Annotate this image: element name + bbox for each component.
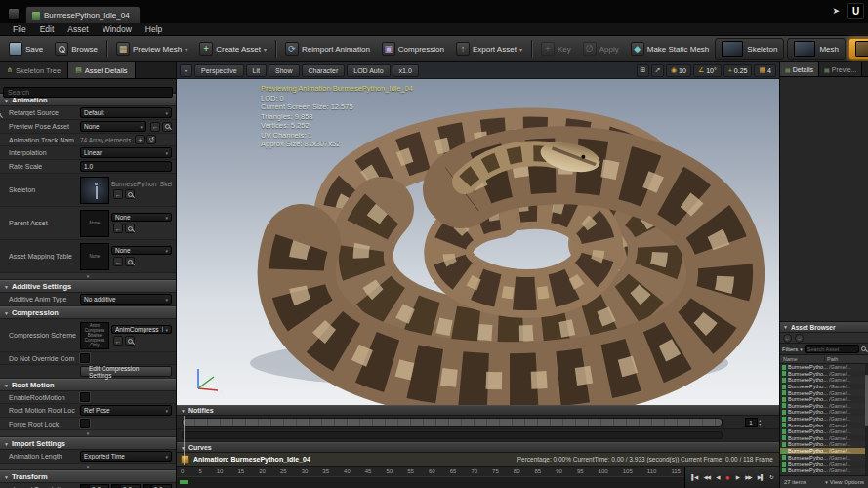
3d-viewport[interactable]: ▾PerspectiveLitShowCharacterLOD Autox1.0… bbox=[177, 62, 779, 405]
viewport-x1-0-button[interactable]: x1.0 bbox=[393, 64, 419, 77]
history-forward-button[interactable]: → bbox=[795, 334, 804, 343]
edit-compression-settings-button[interactable]: Edit Compression Settings bbox=[80, 366, 172, 377]
vector-x-input[interactable]: X0.0 bbox=[80, 484, 109, 488]
dropdown[interactable]: AnimCompress_BitwiseCo▾ bbox=[111, 325, 172, 334]
browse-to-asset-button[interactable] bbox=[162, 122, 172, 132]
column-name[interactable]: Name bbox=[780, 356, 825, 362]
history-back-button[interactable]: ← bbox=[783, 334, 792, 343]
scrub-bar[interactable] bbox=[177, 477, 684, 488]
view-options-button[interactable]: ▾ View Options bbox=[825, 479, 864, 485]
section-collapse-strip[interactable]: ▾ bbox=[0, 273, 176, 280]
save-button[interactable]: Save bbox=[3, 38, 49, 60]
asset-row[interactable]: BurmesePytho.../Game/... bbox=[780, 416, 868, 423]
playhead-line[interactable] bbox=[184, 416, 185, 465]
skip-to-end-button[interactable]: ▶▌ bbox=[758, 474, 764, 480]
notify-track-bar[interactable] bbox=[182, 418, 723, 427]
create-asset-button[interactable]: +Create Asset▾ bbox=[193, 38, 272, 60]
use-selected-asset-button[interactable]: ← bbox=[113, 189, 123, 199]
vector-z-input[interactable]: Z0.0 bbox=[143, 484, 172, 488]
asset-row[interactable]: BurmesePytho.../Game/... bbox=[780, 396, 868, 403]
tab-preview-scene[interactable]: ▤ Previe... bbox=[819, 62, 862, 76]
vector-y-input[interactable]: Y0.0 bbox=[111, 484, 141, 488]
record-button[interactable]: ● bbox=[725, 473, 730, 482]
asset-row[interactable]: BurmesePytho.../Game/... bbox=[780, 364, 868, 371]
track-count-spinner[interactable]: ▲▼ bbox=[759, 419, 762, 427]
menu-item-help[interactable]: Help bbox=[139, 23, 169, 35]
track-count-value[interactable]: 1 bbox=[745, 418, 758, 427]
section-collapse-strip[interactable]: ▾ bbox=[0, 430, 176, 437]
asset-row[interactable]: BurmesePytho.../Game/... bbox=[780, 384, 868, 390]
dropdown[interactable]: None▾ bbox=[111, 246, 172, 255]
asset-row[interactable]: BurmesePytho.../Game/... bbox=[780, 422, 868, 428]
dropdown[interactable]: None▾ bbox=[111, 213, 172, 222]
play-reverse-button[interactable]: ◀ bbox=[716, 474, 719, 480]
asset-thumbnail[interactable]: Anim Compress Bitwise Compress Only bbox=[80, 322, 109, 349]
asset-row[interactable]: BurmesePytho.../Game/... bbox=[780, 377, 868, 384]
compression-button[interactable]: ▣Compression bbox=[376, 38, 450, 60]
browse-button[interactable]: Browse bbox=[49, 38, 103, 60]
asset-row[interactable]: BurmesePytho.../Game/... bbox=[780, 403, 868, 410]
tab-skeleton-tree[interactable]: ⋔Skeleton Tree bbox=[0, 62, 68, 78]
menu-item-edit[interactable]: Edit bbox=[33, 23, 62, 35]
use-selected-asset-button[interactable]: ← bbox=[113, 336, 123, 346]
browse-to-asset-button[interactable] bbox=[125, 189, 135, 199]
details-search-input[interactable] bbox=[3, 87, 173, 98]
force-root-lock-checkbox[interactable] bbox=[80, 419, 90, 428]
menu-item-file[interactable]: File bbox=[6, 23, 33, 35]
asset-row[interactable]: BurmesePytho.../Game/... bbox=[780, 371, 868, 378]
asset-row[interactable]: BurmesePytho.../Game/... bbox=[780, 454, 868, 461]
step-back-button[interactable]: ◀◀ bbox=[704, 474, 710, 480]
asset-thumbnail[interactable]: None bbox=[80, 210, 109, 237]
dropdown[interactable]: Default▾ bbox=[80, 107, 172, 118]
document-tab[interactable]: BurmesePython_Idle_04 bbox=[25, 6, 141, 23]
filters-button[interactable]: Filters bbox=[782, 346, 798, 352]
enablerootmotion-checkbox[interactable] bbox=[80, 392, 90, 402]
section-header-additive-settings[interactable]: ▼Additive Settings bbox=[0, 280, 176, 293]
asset-row[interactable]: BurmesePytho.../Game/... bbox=[780, 435, 868, 442]
secondary-track-bar[interactable] bbox=[182, 431, 723, 439]
asset-row[interactable]: BurmesePytho.../Game/... bbox=[780, 461, 868, 468]
rotation-snap-control[interactable]: ∠10° bbox=[693, 64, 722, 77]
do-not-override-com-checkbox[interactable] bbox=[80, 353, 90, 363]
browse-to-asset-button[interactable] bbox=[125, 257, 135, 266]
section-header-transform[interactable]: ▼Transform bbox=[0, 470, 176, 483]
camera-speed-control[interactable]: ◉10 bbox=[666, 64, 691, 77]
scrub-position-indicator[interactable] bbox=[180, 480, 188, 484]
column-path[interactable]: Path bbox=[825, 356, 868, 362]
add-element-button[interactable]: + bbox=[135, 135, 145, 144]
notifies-track[interactable]: 1 ▲▼ bbox=[177, 416, 779, 429]
asset-thumbnail[interactable]: None bbox=[80, 243, 109, 270]
key-button[interactable]: +Key bbox=[535, 38, 577, 60]
loop-button[interactable]: ↻ bbox=[769, 474, 773, 480]
asset-thumbnail[interactable] bbox=[80, 177, 109, 204]
reset-button[interactable]: ↺ bbox=[146, 135, 156, 144]
grid-size-control[interactable]: ▦4 bbox=[754, 64, 776, 77]
mode-animation-button[interactable]: Animation▾ bbox=[848, 38, 868, 60]
asset-row[interactable]: BurmesePytho.../Game/... bbox=[780, 468, 868, 474]
menu-item-asset[interactable]: Asset bbox=[61, 23, 95, 35]
use-selected-asset-button[interactable]: ← bbox=[113, 257, 123, 266]
dropdown[interactable]: No additive▾ bbox=[80, 294, 172, 305]
browse-to-asset-button[interactable] bbox=[125, 224, 135, 233]
asset-row[interactable]: BurmesePytho.../Game/... bbox=[780, 409, 868, 416]
viewport-lod-auto-button[interactable]: LOD Auto bbox=[347, 64, 390, 77]
section-collapse-strip[interactable]: ▾ bbox=[0, 464, 176, 470]
asset-row[interactable]: BurmesePytho.../Game/... bbox=[780, 389, 868, 396]
dropdown[interactable]: Ref Pose▾ bbox=[80, 405, 172, 416]
feedback-icon[interactable]: ➤ bbox=[832, 6, 840, 16]
asset-browser-header[interactable]: ▼ Asset Browser bbox=[780, 322, 868, 333]
viewport-icon-button-1[interactable]: ↗ bbox=[651, 64, 664, 77]
browse-to-asset-button[interactable] bbox=[125, 336, 135, 346]
tab-asset-details[interactable]: ▤Asset Details bbox=[68, 62, 135, 78]
viewport-icon-button-0[interactable]: ⊞ bbox=[637, 64, 649, 77]
make-static-mesh-button[interactable]: ◆Make Static Mesh bbox=[625, 38, 716, 60]
step-forward-button[interactable]: ▶▶ bbox=[745, 474, 751, 480]
apply-button[interactable]: ∅Apply bbox=[577, 38, 625, 60]
mode-skeleton-button[interactable]: Skeleton bbox=[715, 38, 784, 60]
export-asset-button[interactable]: ↑Export Asset▾ bbox=[450, 38, 528, 60]
rate-scale-input[interactable]: 1.0 bbox=[80, 161, 172, 172]
viewport-lit-button[interactable]: Lit bbox=[246, 64, 267, 77]
asset-row[interactable]: BurmesePytho.../Game/... bbox=[780, 428, 868, 435]
secondary-track[interactable] bbox=[177, 429, 779, 442]
asset-row[interactable]: BurmesePytho.../Game/... bbox=[780, 448, 868, 455]
